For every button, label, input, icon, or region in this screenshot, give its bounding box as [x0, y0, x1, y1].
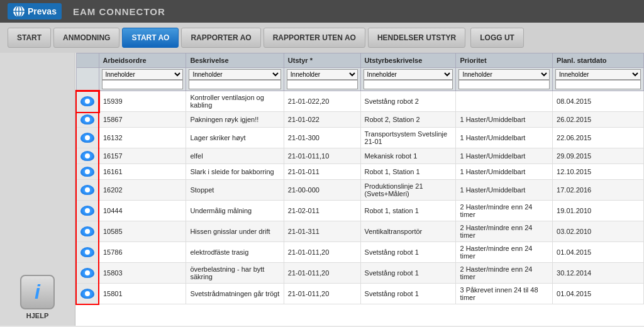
row-prioritet: 1 Haster/Umiddelbart: [456, 164, 553, 180]
row-planl_startdato: 01.04.2015: [553, 284, 644, 304]
row-utstyr: 21-01-011,20: [284, 284, 360, 304]
row-arbeidsordre: 10444: [99, 201, 186, 221]
row-arbeidsordre: 16202: [99, 180, 186, 201]
row-utstyrbeskrivelse: Robot 2, Station 2: [360, 112, 456, 128]
row-utstyr: 21-01-011,20: [284, 263, 360, 284]
filter-utstyrbeskrivelse-input[interactable]: [364, 80, 453, 89]
main-content: i HJELP Arbeidsordre Beskrivelse Utstyr …: [0, 53, 644, 326]
table-row: 15939Kontroller ventilasjon og kabling21…: [76, 91, 644, 112]
info-icon: i: [35, 280, 40, 304]
table-row: 15801Svetstrådmatningen går trögt21-01-0…: [76, 284, 644, 304]
filter-planl-startdato-input[interactable]: [555, 80, 641, 89]
nav-start-ao-button[interactable]: START AO: [122, 28, 179, 48]
row-icon-cell: [76, 201, 99, 221]
filter-utstyr-select[interactable]: Inneholder: [287, 69, 358, 80]
table-filter-row: Inneholder Inneholder Inneholder: [76, 68, 644, 91]
filter-planl-startdato-select[interactable]: Inneholder: [555, 69, 641, 80]
work-orders-table: Arbeidsordre Beskrivelse Utstyr * Utstyr…: [75, 53, 644, 305]
row-planl_startdato: 30.12.2014: [553, 263, 644, 284]
table-row: 15867Pakningen røyk igjen!!21-01-022Robo…: [76, 112, 644, 128]
logo-text: Prevas: [28, 6, 57, 16]
row-beskrivelse: elfel: [186, 148, 284, 164]
logo-area: Prevas EAM CONNECTOR: [8, 3, 165, 19]
row-arbeidsordre: 15803: [99, 263, 186, 284]
view-icon[interactable]: [80, 206, 94, 216]
row-prioritet: 3 Påkrevet innen 24 til 48 timer: [456, 284, 553, 304]
nav-rapporter-ao-button[interactable]: RAPPORTER AO: [181, 28, 260, 48]
view-icon[interactable]: [80, 247, 94, 257]
row-icon-cell: [76, 242, 99, 263]
view-icon[interactable]: [80, 167, 94, 177]
row-prioritet: 1 Haster/Umiddelbart: [456, 112, 553, 128]
row-icon-cell: [76, 263, 99, 284]
view-icon[interactable]: [80, 96, 94, 106]
row-arbeidsordre: 16132: [99, 128, 186, 148]
view-icon[interactable]: [80, 185, 94, 195]
filter-arbeidsordre-input[interactable]: [102, 80, 184, 89]
row-prioritet: 1 Haster/Umiddelbart: [456, 128, 553, 148]
filter-planl-startdato-cell: Inneholder: [553, 68, 644, 91]
row-icon-cell: [76, 180, 99, 201]
nav-logg-ut-button[interactable]: Logg ut: [470, 28, 524, 48]
view-icon[interactable]: [80, 151, 94, 161]
view-icon[interactable]: [80, 114, 94, 125]
col-utstyrbeskrivelse: Utstyrbeskrivelse: [360, 53, 456, 68]
row-planl_startdato: 01.04.2015: [553, 242, 644, 263]
filter-arbeidsordre-select[interactable]: Inneholder: [102, 69, 184, 80]
help-label: HJELP: [26, 312, 48, 319]
filter-utstyrbeskrivelse-select[interactable]: Inneholder: [364, 69, 453, 80]
table-row: 10444Undermålig målning21-02-011Robot 1,…: [76, 201, 644, 221]
row-utstyr: 21-02-011: [284, 201, 360, 221]
nav-anmodning-button[interactable]: ANMODNING: [53, 28, 119, 48]
row-utstyrbeskrivelse: Ventikaltransportör: [360, 221, 456, 242]
view-icon[interactable]: [80, 268, 94, 278]
row-utstyr: 21-01-022,20: [284, 91, 360, 112]
app-title: EAM CONNECTOR: [73, 6, 165, 17]
nav-rapporter-uten-ao-button[interactable]: RAPPORTER UTEN AO: [264, 28, 365, 48]
col-utstyr: Utstyr *: [284, 53, 360, 68]
row-utstyrbeskrivelse: Svetstång robot 1: [360, 263, 456, 284]
table-header-row: Arbeidsordre Beskrivelse Utstyr * Utstyr…: [76, 53, 644, 68]
row-prioritet: [456, 91, 553, 112]
row-utstyrbeskrivelse: Mekanisk robot 1: [360, 148, 456, 164]
row-beskrivelse: Svetstrådmatningen går trögt: [186, 284, 284, 304]
help-button[interactable]: i: [20, 275, 55, 309]
table-row: 16161Slark i sleide for bakborring21-01-…: [76, 164, 644, 180]
filter-beskrivelse-select[interactable]: Inneholder: [189, 69, 280, 80]
row-prioritet: 1 Haster/Umiddelbart: [456, 148, 553, 164]
row-utstyrbeskrivelse: Svetstång robot 1: [360, 284, 456, 304]
row-arbeidsordre: 15939: [99, 91, 186, 112]
row-utstyr: 21-00-000: [284, 180, 360, 201]
row-prioritet: 2 Haster/mindre enn 24 timer: [456, 263, 553, 284]
nav-hendelser-utstyr-button[interactable]: HENDELSER UTSTYR: [368, 28, 465, 48]
row-utstyrbeskrivelse: Svetstång robot 2: [360, 91, 456, 112]
col-arbeidsordre: Arbeidsordre: [99, 53, 186, 68]
row-utstyr: 21-01-022: [284, 112, 360, 128]
filter-utstyr-input[interactable]: [287, 80, 358, 89]
row-arbeidsordre: 10585: [99, 221, 186, 242]
col-prioritet: Prioritet: [456, 53, 553, 68]
filter-prioritet-cell: Inneholder: [456, 68, 553, 91]
filter-prioritet-input[interactable]: [458, 80, 550, 89]
row-utstyrbeskrivelse: Svetstång robot 1: [360, 242, 456, 263]
nav-start-button[interactable]: START: [8, 28, 51, 48]
row-prioritet: 2 Haster/mindre enn 24 timer: [456, 201, 553, 221]
nav-bar: START ANMODNING START AO RAPPORTER AO RA…: [0, 23, 644, 53]
row-planl_startdato: 22.06.2015: [553, 128, 644, 148]
row-utstyr: 21-01-011: [284, 164, 360, 180]
row-beskrivelse: Hissen gnisslar under drift: [186, 221, 284, 242]
row-prioritet: 2 Haster/mindre enn 24 timer: [456, 221, 553, 242]
view-icon[interactable]: [80, 133, 94, 143]
table-row: 15786elektrodfäste trasig21-01-011,20Sve…: [76, 242, 644, 263]
view-icon[interactable]: [80, 289, 94, 299]
table-row: 10585Hissen gnisslar under drift21-01-31…: [76, 221, 644, 242]
app-header: Prevas EAM CONNECTOR: [0, 0, 644, 23]
view-icon[interactable]: [80, 226, 94, 236]
col-icon: [76, 53, 99, 68]
row-utstyrbeskrivelse: Produktionslinje 21 (Svets+Måleri): [360, 180, 456, 201]
filter-beskrivelse-input[interactable]: [189, 80, 280, 89]
filter-arbeidsordre-cell: Inneholder: [99, 68, 186, 91]
row-utstyr: 21-01-311: [284, 221, 360, 242]
row-beskrivelse: överbelastning - har bytt säkring: [186, 263, 284, 284]
filter-prioritet-select[interactable]: Inneholder: [458, 69, 550, 80]
